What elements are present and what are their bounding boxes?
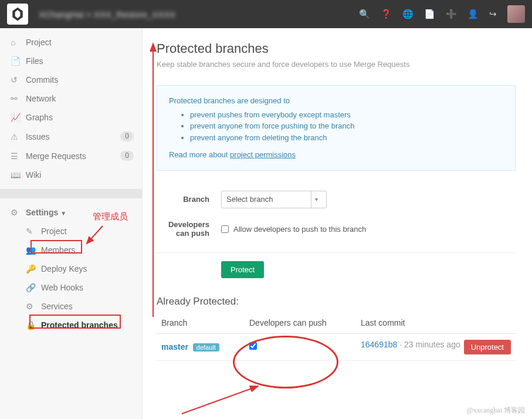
page-subtitle: Keep stable branches secure and force de… (157, 60, 516, 69)
sidebar-sub-members[interactable]: 👥Members (0, 241, 142, 259)
user-icon[interactable]: 👤 (467, 9, 479, 19)
sidebar-item-label: Services (41, 302, 73, 311)
lock-icon: 🔒 (26, 320, 41, 330)
col-lastcommit: Last commit (356, 312, 516, 334)
project-permissions-link[interactable]: project permissions (230, 150, 296, 159)
gitlab-logo[interactable] (7, 4, 28, 25)
branch-link[interactable]: master (161, 342, 188, 352)
devpush-checkbox[interactable] (221, 225, 229, 233)
count-badge: 0 (120, 131, 134, 141)
sidebar-sub-services[interactable]: ⚙Services (0, 297, 142, 316)
divider (157, 252, 516, 253)
row-devpush-checkbox[interactable] (249, 342, 257, 350)
col-devpush: Developers can push (245, 312, 356, 334)
devpush-label: Developers can push (157, 220, 221, 238)
sidebar-item-label: Deploy Keys (41, 264, 87, 273)
sidebar-item-label: Graphs (26, 113, 53, 122)
info-bullet: prevent pushes from everybody except mas… (190, 109, 503, 121)
sidebar-item-label: Protected branches (41, 320, 118, 330)
chevron-down-icon: ▼ (60, 210, 66, 217)
main-content: Protected branches Keep stable branches … (143, 28, 532, 419)
devpush-checklabel: Allow developers to push to this branch (233, 225, 366, 234)
page-title: Protected branches (157, 41, 516, 56)
sidebar-sub-protected[interactable]: 🔒Protected branches (0, 316, 142, 334)
files-icon: 📄 (11, 56, 26, 66)
key-icon: 🔑 (26, 264, 41, 273)
chart-icon: 📈 (11, 113, 26, 122)
sidebar-item-commits[interactable]: ↺Commits (0, 70, 142, 89)
edit-icon: ✎ (26, 227, 41, 236)
watermark: @xxcanghai 博客园 (467, 406, 525, 415)
sidebar-item-label: Web Hooks (41, 283, 83, 292)
book-icon: 📖 (11, 170, 26, 180)
files-icon[interactable]: 📄 (424, 9, 435, 19)
commit-time: 23 minutes ago (404, 340, 460, 349)
protect-button[interactable]: Protect (221, 261, 264, 278)
select-placeholder: Select branch (226, 195, 273, 204)
form-row-devpush: Developers can push Allow developers to … (157, 214, 516, 244)
info-bullet: prevent anyone from force pushing to the… (190, 120, 503, 132)
signout-icon[interactable]: ↪ (489, 9, 497, 19)
info-bullet: prevent anyone from deleting the branch (190, 132, 503, 144)
sidebar-item-label: Merge Requests (26, 151, 86, 161)
info-more: Read more about project permissions (169, 149, 503, 161)
sidebar-sub-deploykeys[interactable]: 🔑Deploy Keys (0, 259, 142, 278)
branch-select[interactable]: Select branch ▾ (221, 191, 327, 208)
sidebar-item-files[interactable]: 📄Files (0, 52, 142, 70)
commit-sep: · (397, 340, 404, 349)
sidebar-sub-project[interactable]: ✎Project (0, 222, 142, 241)
search-icon[interactable]: 🔍 (359, 9, 370, 19)
sidebar: ⌂Project 📄Files ↺Commits ⚯Network 📈Graph… (0, 28, 143, 419)
sidebar-item-label: Files (26, 56, 43, 66)
sidebar-sub-webhooks[interactable]: 🔗Web Hooks (0, 278, 142, 297)
avatar[interactable] (507, 5, 525, 23)
sidebar-item-merge[interactable]: ☰Merge Requests0 (0, 146, 142, 165)
sidebar-item-label: Members (41, 245, 75, 255)
default-tag: default (193, 343, 219, 352)
plus-icon[interactable]: ➕ (446, 9, 457, 19)
top-bar: XChangHai > XXX_Restore_XXXX 🔍 ❓ 🌐 📄 ➕ 👤… (0, 0, 532, 28)
globe-icon[interactable]: 🌐 (402, 9, 414, 19)
unprotect-button[interactable]: Unprotect (464, 340, 511, 354)
form-row-branch: Branch Select branch ▾ (157, 185, 516, 214)
link-icon: 🔗 (26, 283, 41, 292)
history-icon: ↺ (11, 75, 26, 85)
group-icon: 👥 (26, 245, 41, 255)
sidebar-item-wiki[interactable]: 📖Wiki (0, 165, 142, 184)
sidebar-item-label: Project (26, 38, 52, 47)
count-badge: 0 (120, 151, 134, 161)
sidebar-item-project[interactable]: ⌂Project (0, 33, 142, 52)
divider (0, 189, 142, 198)
sidebar-item-network[interactable]: ⚯Network (0, 89, 142, 108)
already-protected-heading: Already Protected: (157, 296, 516, 308)
sidebar-item-issues[interactable]: ⚠Issues0 (0, 127, 142, 146)
cog-icon: ⚙ (26, 302, 41, 311)
fork-icon: ⚯ (11, 94, 26, 103)
info-panel: Protected branches are designed to preve… (157, 85, 516, 171)
help-icon[interactable]: ❓ (381, 9, 392, 19)
sidebar-item-label: Project (41, 227, 67, 236)
sidebar-item-label: Network (26, 94, 56, 103)
branch-label: Branch (157, 195, 221, 204)
sidebar-item-graphs[interactable]: 📈Graphs (0, 108, 142, 127)
sidebar-item-label: Wiki (26, 170, 41, 180)
breadcrumb[interactable]: XChangHai > XXX_Restore_XXXX (39, 9, 175, 19)
annotation-text: 管理成员 (93, 211, 128, 222)
sidebar-item-label: Issues (26, 132, 49, 141)
commit-link[interactable]: 164691b8 (361, 340, 397, 349)
tasks-icon: ☰ (11, 151, 26, 161)
info-intro: Protected branches are designed to (169, 95, 503, 107)
table-row: master default 164691b8 · 23 minutes ago… (157, 333, 516, 360)
chevron-down-icon: ▾ (311, 191, 321, 208)
protected-table: Branch Developers can push Last commit m… (157, 312, 516, 361)
bang-icon: ⚠ (11, 132, 26, 141)
toolbar-icons: 🔍 ❓ 🌐 📄 ➕ 👤 ↪ (359, 5, 525, 23)
settings-label: Settings ▼ (26, 208, 66, 217)
home-icon: ⌂ (11, 38, 26, 47)
gears-icon: ⚙ (11, 208, 26, 217)
sidebar-item-label: Commits (26, 75, 58, 85)
col-branch: Branch (157, 312, 245, 334)
